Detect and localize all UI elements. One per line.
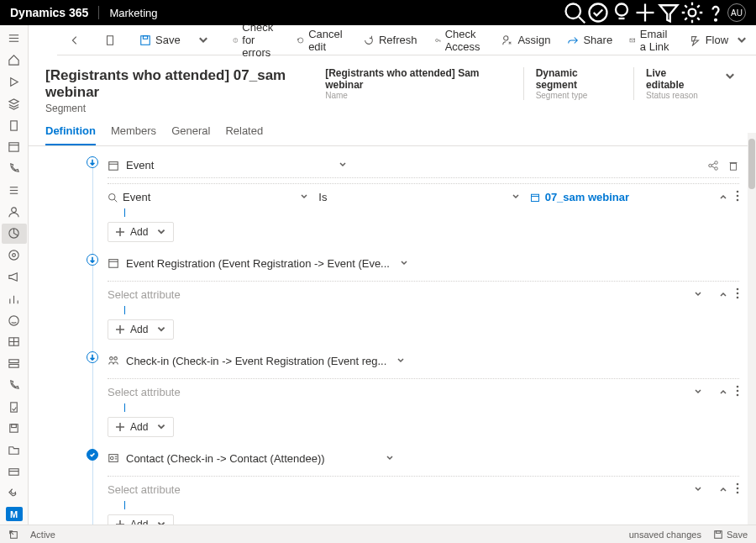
avatar[interactable]: AU (727, 3, 746, 22)
search-icon[interactable] (563, 0, 586, 25)
add-clause-button[interactable]: Add (108, 222, 174, 242)
tab-general[interactable]: General (171, 124, 210, 145)
nav-wrench[interactable] (2, 483, 27, 503)
back-button[interactable] (62, 27, 87, 54)
collapse-icon[interactable] (719, 191, 727, 203)
svg-point-42 (435, 39, 438, 41)
email-link-button[interactable]: Email a Link (622, 27, 680, 54)
nav-layers[interactable] (2, 93, 27, 113)
svg-point-50 (709, 164, 712, 167)
task-icon[interactable] (586, 0, 610, 25)
nav-phone2[interactable] (2, 376, 27, 396)
check-access-button[interactable]: Check Access (428, 27, 492, 54)
assign-button[interactable]: Assign (495, 27, 557, 54)
nav-phone[interactable] (2, 159, 27, 179)
svg-point-2 (590, 4, 607, 22)
nav-home[interactable] (2, 50, 27, 71)
nav-list[interactable] (2, 180, 27, 200)
tab-members[interactable]: Members (111, 124, 156, 145)
popout-icon[interactable] (8, 530, 18, 540)
entity-dropdown[interactable] (393, 353, 408, 369)
nav-chart[interactable] (2, 288, 27, 308)
nav-card[interactable] (2, 462, 27, 482)
more-icon[interactable] (736, 482, 739, 497)
entity-name: Event (126, 159, 154, 171)
attribute-cell[interactable]: Select attribute (108, 386, 684, 398)
app-name[interactable]: Marketing (109, 7, 157, 19)
flow-button[interactable]: Flow (683, 27, 754, 54)
product-logo[interactable]: Dynamics 365 (10, 6, 88, 19)
attr-dropdown[interactable] (297, 187, 312, 207)
more-icon[interactable] (736, 385, 739, 399)
svg-rect-59 (531, 194, 538, 201)
help-icon[interactable] (704, 0, 727, 25)
filter-icon[interactable] (657, 0, 680, 25)
collapse-icon[interactable] (719, 288, 727, 301)
clipboard-button[interactable] (97, 27, 123, 54)
segment-canvas: Event Event (29, 146, 756, 525)
add-clause-button[interactable]: Add (108, 514, 174, 525)
bulb-icon[interactable] (610, 0, 633, 25)
svg-rect-38 (143, 35, 147, 39)
record-title: [Registrants who attended] 07_sam webina… (45, 67, 325, 101)
svg-rect-30 (9, 365, 18, 368)
query-block: Contact (Check-in -> Contact (Attendee))… (57, 445, 739, 525)
check-errors-button[interactable]: Check for errors (226, 27, 286, 54)
cancel-edit-button[interactable]: Cancel edit (290, 27, 353, 54)
svg-point-41 (235, 41, 236, 42)
svg-point-62 (737, 195, 739, 198)
add-clause-button[interactable]: Add (108, 319, 174, 340)
nav-segment[interactable] (2, 224, 27, 244)
nav-rows[interactable] (2, 354, 27, 374)
collapse-icon[interactable] (719, 483, 727, 496)
nav-megaphone[interactable] (2, 267, 27, 287)
status-save-button[interactable]: Save (713, 530, 748, 540)
delete-block-icon[interactable] (727, 160, 739, 171)
op-dropdown[interactable] (508, 187, 523, 207)
save-dropdown[interactable] (191, 27, 216, 54)
nav-calendar[interactable] (2, 137, 27, 157)
nav-marketing-badge[interactable]: M (6, 507, 23, 521)
attr-dropdown[interactable] (690, 285, 706, 304)
attr-dropdown[interactable] (690, 480, 706, 499)
tab-related[interactable]: Related (225, 124, 263, 145)
scrollbar-track[interactable] (748, 133, 756, 525)
attribute-cell[interactable]: Select attribute (108, 483, 684, 496)
more-icon[interactable] (736, 190, 739, 204)
nav-target[interactable] (2, 245, 27, 266)
value-cell[interactable]: 07_sam webinar (530, 191, 712, 203)
entity-dropdown[interactable] (382, 451, 397, 467)
operator-cell[interactable]: Is (318, 191, 501, 203)
entity-dropdown[interactable] (335, 157, 350, 173)
attr-dropdown[interactable] (690, 382, 706, 402)
nav-play[interactable] (2, 72, 27, 92)
nav-doc[interactable] (2, 115, 27, 135)
share-block-icon[interactable] (707, 160, 719, 171)
collapse-icon[interactable] (719, 386, 727, 398)
tab-definition[interactable]: Definition (45, 124, 96, 145)
add-clause-button[interactable]: Add (108, 417, 174, 437)
svg-rect-55 (731, 163, 737, 170)
attribute-cell[interactable]: Select attribute (108, 288, 684, 301)
refresh-button[interactable]: Refresh (356, 27, 424, 54)
svg-point-76 (737, 390, 739, 393)
share-button[interactable]: Share (560, 27, 619, 54)
more-icon[interactable] (736, 287, 739, 302)
gear-icon[interactable] (680, 0, 704, 25)
nav-smile[interactable] (2, 310, 27, 330)
header-expand[interactable] (721, 67, 739, 86)
svg-point-70 (737, 297, 739, 299)
attribute-cell[interactable]: Event (108, 191, 290, 203)
nav-hamburger[interactable] (2, 29, 27, 49)
svg-point-63 (737, 199, 739, 202)
nav-person[interactable] (2, 202, 27, 222)
save-button[interactable]: Save (133, 27, 187, 54)
svg-point-52 (715, 166, 718, 170)
nav-table[interactable] (2, 332, 27, 352)
nav-folder[interactable] (2, 440, 27, 461)
plus-icon[interactable] (633, 0, 657, 25)
nav-save[interactable] (2, 419, 27, 439)
nav-doc2[interactable] (2, 397, 27, 417)
entity-dropdown[interactable] (396, 256, 412, 272)
scrollbar-thumb[interactable] (748, 139, 755, 189)
